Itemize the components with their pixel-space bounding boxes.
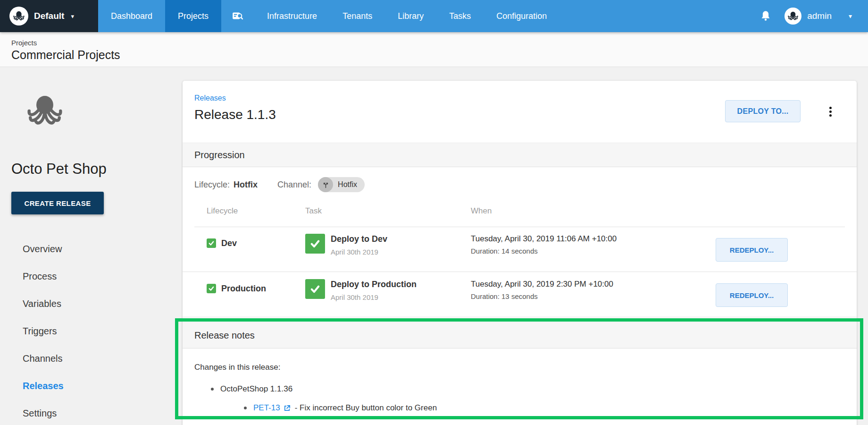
notifications-bell-icon[interactable]	[760, 10, 771, 22]
user-avatar	[785, 8, 801, 25]
column-header-task: Task	[305, 206, 322, 216]
external-link-icon[interactable]	[283, 404, 291, 412]
when-cell: Tuesday, April 30, 2019 11:06 AM +10:00 …	[471, 234, 617, 255]
column-header-when: When	[471, 206, 492, 216]
sidebar-item-variables[interactable]: Variables	[23, 290, 64, 317]
redeploy-button[interactable]: REDEPLOY...	[716, 283, 788, 307]
task-cell: Deploy to Dev April 30th 2019	[331, 234, 387, 256]
nav-tab-library[interactable]: Library	[385, 0, 436, 32]
user-menu[interactable]: admin ▾	[785, 8, 852, 25]
overflow-menu-icon[interactable]	[823, 104, 837, 119]
branch-icon	[318, 177, 333, 192]
environment-name: Production	[221, 284, 266, 293]
progression-title: Progression	[194, 150, 245, 161]
page-title: Commercial Projects	[11, 48, 120, 62]
sidebar-item-triggers[interactable]: Triggers	[23, 317, 64, 345]
deploy-to-button[interactable]: DEPLOY TO...	[725, 100, 801, 122]
space-name: Default	[34, 11, 64, 21]
top-navigation: Default ▾ Dashboard Projects Infrastruct…	[0, 0, 868, 32]
user-name: admin	[807, 11, 832, 21]
when-duration: Duration: 14 seconds	[471, 247, 617, 255]
search-icon	[232, 10, 244, 22]
list-item: PET-13 - Fix incorrect Buy button color …	[244, 403, 437, 413]
lifecycle-label: Lifecycle:	[194, 180, 230, 190]
task-title-link[interactable]: Deploy to Dev	[331, 234, 387, 244]
page-header: Projects Commercial Projects	[0, 32, 868, 67]
column-header-lifecycle: Lifecycle	[207, 206, 238, 216]
table-row: Production Deploy to Production April 30…	[183, 272, 857, 317]
project-name: Octo Pet Shop	[11, 161, 107, 178]
channel-label: Channel:	[277, 180, 311, 190]
channel-chip-label: Hotfix	[338, 180, 357, 189]
release-notes-title: Release notes	[194, 330, 255, 341]
lifecycle-channel-row: Lifecycle: Hotfix Channel: Hotfix	[194, 177, 365, 193]
environment-checked-icon	[207, 238, 216, 248]
list-item: OctoPetShop 1.1.36	[211, 384, 292, 394]
release-title: Release 1.1.3	[194, 107, 276, 122]
when-timestamp: Tuesday, April 30, 2019 2:30 PM +10:00	[471, 280, 613, 289]
release-card: Releases Release 1.1.3 DEPLOY TO... Prog…	[183, 81, 857, 425]
task-title-link[interactable]: Deploy to Production	[331, 280, 417, 289]
channel-chip[interactable]: Hotfix	[318, 177, 365, 192]
nav-tab-projects[interactable]: Projects	[165, 0, 221, 32]
lifecycle-value: Hotfix	[234, 180, 258, 190]
octopus-deploy-release-page: { "topnav": { "space_label": "Default", …	[0, 0, 868, 425]
nav-tab-tasks[interactable]: Tasks	[436, 0, 484, 32]
project-sidebar: Octo Pet Shop CREATE RELEASE Overview Pr…	[0, 67, 175, 425]
breadcrumb[interactable]: Projects	[11, 39, 37, 47]
nav-search-button[interactable]	[221, 0, 254, 32]
task-date: April 30th 2019	[331, 248, 387, 256]
sidebar-item-settings[interactable]: Settings	[23, 400, 64, 425]
environment-name: Dev	[221, 238, 237, 248]
environment-checked-icon	[207, 284, 216, 293]
progression-section-header: Progression	[183, 143, 857, 167]
release-notes-section-header: Release notes	[183, 322, 857, 348]
redeploy-button[interactable]: REDEPLOY...	[716, 238, 788, 262]
nav-tab-dashboard[interactable]: Dashboard	[98, 0, 165, 32]
chevron-down-icon: ▾	[71, 13, 74, 20]
nav-right-group: admin ▾	[760, 0, 852, 32]
when-duration: Duration: 13 seconds	[471, 292, 613, 300]
sidebar-item-overview[interactable]: Overview	[23, 235, 64, 263]
project-logo-octopus-icon	[22, 92, 67, 130]
table-row: Dev Deploy to Dev April 30th 2019 Tuesda…	[183, 227, 857, 272]
releases-breadcrumb-link[interactable]: Releases	[194, 94, 226, 102]
when-timestamp: Tuesday, April 30, 2019 11:06 AM +10:00	[471, 234, 617, 244]
project-nav: Overview Process Variables Triggers Chan…	[23, 235, 64, 425]
task-success-icon	[305, 234, 325, 254]
nav-tab-infrastructure[interactable]: Infrastructure	[254, 0, 330, 32]
sidebar-item-releases[interactable]: Releases	[23, 372, 64, 400]
nav-tab-configuration[interactable]: Configuration	[484, 0, 559, 32]
octopus-logo-icon	[9, 7, 28, 26]
chevron-down-icon: ▾	[849, 12, 852, 20]
sidebar-item-channels[interactable]: Channels	[23, 345, 64, 372]
bullet-icon	[211, 388, 214, 391]
issue-description: - Fix incorrect Buy button color to Gree…	[295, 403, 437, 413]
package-version-text: OctoPetShop 1.1.36	[220, 384, 292, 394]
task-success-icon	[305, 279, 325, 299]
bullet-icon	[244, 407, 247, 409]
task-cell: Deploy to Production April 30th 2019	[331, 280, 417, 301]
create-release-button[interactable]: CREATE RELEASE	[11, 192, 104, 214]
sidebar-item-process[interactable]: Process	[23, 263, 64, 290]
when-cell: Tuesday, April 30, 2019 2:30 PM +10:00 D…	[471, 280, 613, 300]
nav-tab-tenants[interactable]: Tenants	[330, 0, 385, 32]
task-date: April 30th 2019	[331, 293, 417, 301]
space-switcher[interactable]: Default ▾	[0, 0, 98, 32]
release-notes-intro: Changes in this release:	[194, 363, 280, 372]
issue-link[interactable]: PET-13	[253, 403, 280, 413]
